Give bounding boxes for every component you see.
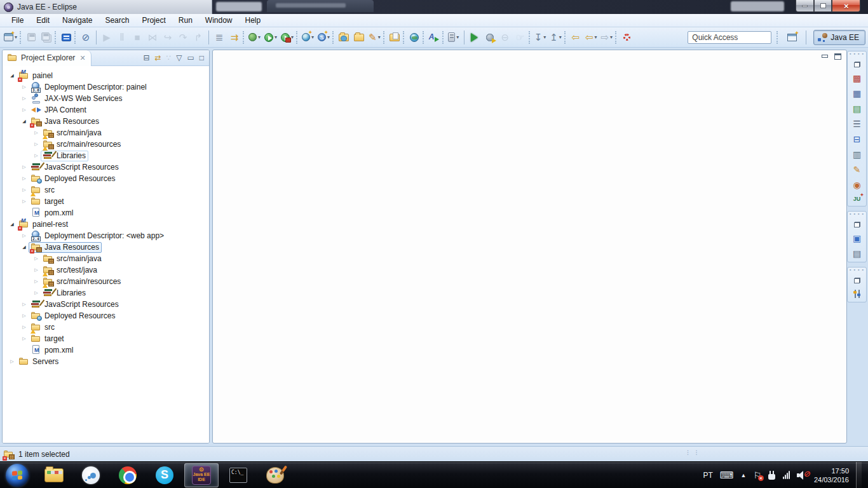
- progress-indicator-button[interactable]: [620, 30, 634, 45]
- tree-item-content[interactable]: Libraries: [41, 151, 88, 161]
- expand-arrow-icon[interactable]: ▷: [20, 199, 29, 204]
- tree-item-content[interactable]: src/main/java: [41, 128, 104, 139]
- chrome-app[interactable]: [111, 463, 145, 487]
- tree-item-content[interactable]: Libraries: [41, 288, 88, 299]
- dropdown-arrow-icon[interactable]: ▾: [543, 34, 546, 40]
- skip-all-breakpoints-button[interactable]: ⊘: [79, 30, 93, 45]
- paint-app[interactable]: [258, 463, 292, 487]
- tree-item-content[interactable]: target: [29, 196, 67, 207]
- tree-item[interactable]: ▷JavaScript Resources: [3, 299, 209, 310]
- action-center-flag-icon[interactable]: ⚐: [753, 470, 761, 480]
- expand-arrow-icon[interactable]: ◢: [20, 119, 29, 124]
- dropdown-arrow-icon[interactable]: ▾: [258, 34, 261, 40]
- tree-item-content[interactable]: src/main/resources: [41, 139, 123, 150]
- tree-item[interactable]: ◢×Java Resources: [3, 241, 209, 253]
- new-wizard-button[interactable]: ▾: [3, 30, 18, 45]
- tree-item-content[interactable]: ×Java Resources: [29, 242, 102, 253]
- expand-arrow-icon[interactable]: ▷: [32, 279, 41, 284]
- close-tab-icon[interactable]: ✕: [79, 54, 85, 62]
- expand-arrow-icon[interactable]: ▷: [20, 233, 29, 238]
- expand-arrow-icon[interactable]: ▷: [20, 313, 29, 318]
- tree-item[interactable]: ▷src/test/java: [3, 264, 209, 276]
- properties-icon[interactable]: ▦: [853, 89, 861, 98]
- expand-arrow-icon[interactable]: ▷: [20, 96, 29, 101]
- menu-navigate[interactable]: Navigate: [56, 15, 98, 26]
- run-app-button[interactable]: [468, 30, 482, 45]
- expand-arrow-icon[interactable]: ▷: [20, 187, 29, 193]
- expand-arrow-icon[interactable]: ◢: [8, 222, 17, 227]
- tree-item[interactable]: ◢M×painel: [3, 70, 209, 81]
- tree-item[interactable]: ▷JavaScript Resources: [3, 161, 209, 173]
- tree-item[interactable]: ▷3.0Deployment Descriptor: painel: [3, 81, 209, 93]
- dropdown-arrow-icon[interactable]: ▾: [456, 34, 459, 40]
- dropdown-arrow-icon[interactable]: ▾: [378, 34, 381, 40]
- tree-item[interactable]: ▷src: [3, 184, 209, 196]
- deploy-folder-button[interactable]: [388, 30, 402, 45]
- back-button[interactable]: ⇦▾: [584, 30, 599, 45]
- link-with-editor-icon[interactable]: ⇄: [154, 54, 161, 62]
- outline-diagram-icon[interactable]: ▣: [853, 234, 861, 243]
- dropdown-arrow-icon[interactable]: ▾: [291, 34, 294, 40]
- document-icon[interactable]: ▤: [853, 249, 861, 258]
- expand-arrow-icon[interactable]: ▷: [20, 85, 29, 90]
- quick-access-input[interactable]: [688, 31, 771, 44]
- export-folder-button[interactable]: [352, 30, 366, 45]
- expand-arrow-icon[interactable]: ▷: [20, 336, 29, 341]
- synchronize-icon[interactable]: [853, 290, 861, 298]
- expand-arrow-icon[interactable]: ▷: [20, 176, 29, 181]
- tree-item-content[interactable]: 2.4Deployment Descriptor: <web app>: [29, 231, 166, 241]
- skype-app[interactable]: S: [147, 463, 182, 487]
- command-prompt-app[interactable]: C:\_: [221, 463, 255, 487]
- tree-item-content[interactable]: 3.0Deployment Descriptor: painel: [29, 82, 149, 93]
- forward-button[interactable]: ⇨▾: [599, 30, 614, 45]
- tree-item-content[interactable]: JavaScript Resources: [29, 162, 121, 173]
- step-into-button[interactable]: ↪: [161, 30, 175, 45]
- drag-handle[interactable]: ▪ ▪ ▪ ▪: [850, 52, 864, 55]
- tree-item[interactable]: ▷JPA Content: [3, 104, 209, 116]
- tree-item[interactable]: ◢M×painel-rest: [3, 219, 209, 230]
- expand-arrow-icon[interactable]: ◢: [20, 245, 29, 250]
- minimize-button[interactable]: [796, 0, 814, 12]
- tree-item-content[interactable]: Mpom.xml: [29, 208, 76, 219]
- tree-item[interactable]: ▷Deployed Resources: [3, 310, 209, 322]
- last-edit-location-button[interactable]: ⇦: [569, 30, 583, 45]
- tree-item[interactable]: ▷2.4Deployment Descriptor: <web app>: [3, 230, 209, 241]
- palette-icon[interactable]: ▤: [853, 104, 861, 113]
- tree-item[interactable]: ▷Servers: [3, 356, 209, 367]
- servers-dropdown-button[interactable]: ▾: [447, 30, 461, 45]
- tree-item-content[interactable]: src/test/java: [41, 265, 100, 276]
- highlighter-pen-button[interactable]: ✎▾: [367, 30, 382, 45]
- tree-item[interactable]: ▷Libraries: [3, 287, 209, 299]
- tree-item[interactable]: ▷src/main/java: [3, 127, 209, 139]
- tree-item[interactable]: Mpom.xml: [3, 344, 209, 356]
- tree-item-content[interactable]: Deployed Resources: [29, 311, 118, 322]
- tree-item[interactable]: Mpom.xml: [3, 207, 209, 219]
- drag-handle[interactable]: ▪ ▪ ▪ ▪: [850, 268, 864, 271]
- tree-item[interactable]: ▷JAX-WS Web Services: [3, 93, 209, 104]
- next-annotation-button[interactable]: ↧▾: [533, 30, 548, 45]
- volume-muted-icon[interactable]: ⊘: [797, 471, 807, 480]
- dropdown-arrow-icon[interactable]: ▾: [275, 34, 277, 40]
- expand-arrow-icon[interactable]: ▷: [20, 302, 29, 307]
- dropdown-arrow-icon[interactable]: ▾: [559, 34, 562, 40]
- run-history-button[interactable]: ≣: [212, 30, 226, 45]
- language-indicator[interactable]: PT: [703, 471, 712, 480]
- suspend-button[interactable]: Ⅱ: [115, 30, 129, 45]
- tree-item-content[interactable]: JPA Content: [29, 105, 89, 116]
- terminate-button[interactable]: ■: [130, 30, 144, 45]
- web-browser-button[interactable]: [407, 30, 421, 45]
- windows-explorer-app[interactable]: [37, 463, 71, 487]
- show-desktop-button[interactable]: [856, 462, 862, 488]
- expand-arrow-icon[interactable]: ▷: [32, 256, 41, 261]
- previous-annotation-button[interactable]: ↥▾: [548, 30, 563, 45]
- tree-item[interactable]: ▷src: [3, 322, 209, 333]
- tab-project-explorer[interactable]: Project Explorer ✕: [3, 50, 92, 66]
- expand-arrow-icon[interactable]: ▷: [32, 130, 41, 135]
- tree-item-content[interactable]: src: [29, 322, 57, 333]
- tree-item-content[interactable]: Servers: [17, 356, 61, 367]
- expand-arrow-icon[interactable]: ▷: [20, 107, 29, 112]
- editor-minimize-icon[interactable]: [821, 53, 828, 59]
- open-perspective-button[interactable]: [785, 30, 799, 45]
- save-all-button[interactable]: [39, 30, 53, 45]
- tree-item-content[interactable]: M×painel-rest: [17, 219, 71, 230]
